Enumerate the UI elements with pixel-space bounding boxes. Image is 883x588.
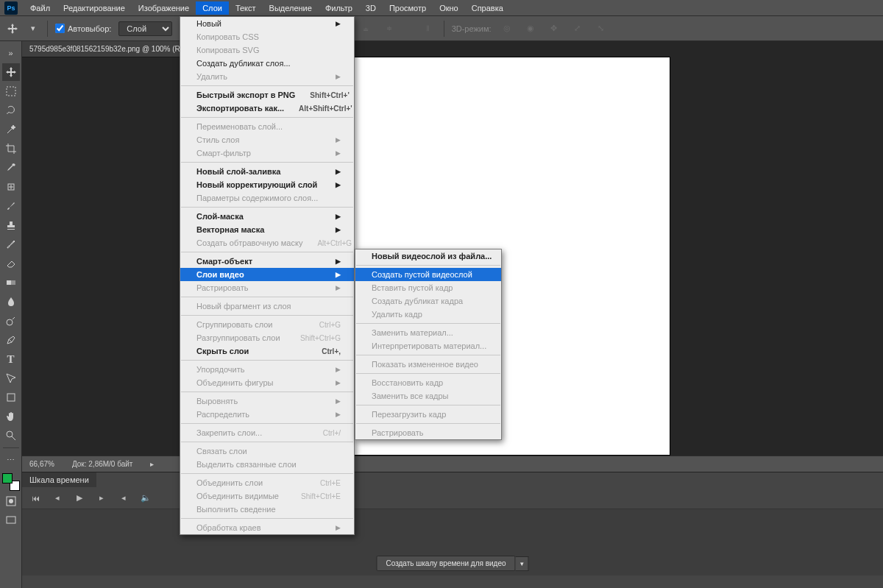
play-icon[interactable]: ▶ bbox=[72, 491, 87, 506]
menu-item-label: Новый фрагмент из слоя bbox=[196, 302, 291, 311]
menu-item[interactable]: Новый слой-заливка▶ bbox=[180, 165, 354, 178]
options-bar: ▾ Автовыбор: Слой Показ... ⫞ ⫠ ⫟ ⫧ ⫨ ⫩ ⫴… bbox=[0, 16, 883, 41]
heal-tool[interactable] bbox=[2, 178, 20, 196]
collapse-icon[interactable]: » bbox=[2, 44, 20, 62]
3d-pan-icon[interactable]: ✥ bbox=[546, 21, 562, 37]
3d-orbit-icon[interactable]: ◎ bbox=[499, 21, 515, 37]
move-tool[interactable] bbox=[2, 63, 20, 81]
menu-item[interactable]: Слои видео▶ bbox=[180, 268, 354, 281]
menu-item[interactable]: Создать пустой видеослой bbox=[355, 268, 501, 281]
tool-strip: » T ⋯ bbox=[0, 41, 22, 588]
audio-icon[interactable]: 🔈 bbox=[138, 491, 153, 506]
menu-item[interactable]: Слой-маска▶ bbox=[180, 210, 354, 223]
menu-просмотр[interactable]: Просмотр bbox=[383, 1, 433, 15]
color-swatches[interactable] bbox=[2, 473, 20, 491]
path-tool[interactable] bbox=[2, 369, 20, 387]
blur-tool[interactable] bbox=[2, 293, 20, 311]
menu-item-label: Заменить материал... bbox=[372, 328, 453, 337]
3d-slide-icon[interactable]: ⤢ bbox=[570, 21, 586, 37]
submenu-arrow-icon: ▶ bbox=[336, 226, 341, 233]
menu-item-label: Новый слой-заливка bbox=[196, 167, 280, 176]
menu-item: Выполнить сведение bbox=[180, 503, 354, 516]
go-end-icon[interactable]: ◂ bbox=[116, 491, 131, 506]
quick-mask-icon[interactable] bbox=[2, 492, 20, 510]
go-start-icon[interactable]: ⏮ bbox=[28, 491, 43, 506]
gradient-tool[interactable] bbox=[2, 274, 20, 291]
stamp-tool[interactable] bbox=[2, 216, 20, 234]
submenu-arrow-icon: ▶ bbox=[336, 73, 341, 80]
menu-изображение[interactable]: Изображение bbox=[132, 1, 196, 15]
prev-frame-icon[interactable]: ◂ bbox=[50, 491, 65, 506]
3d-roll-icon[interactable]: ◉ bbox=[522, 21, 539, 37]
zoom-level[interactable]: 66,67% bbox=[29, 460, 54, 468]
hand-tool[interactable] bbox=[2, 408, 20, 425]
status-arrow-icon[interactable]: ▸ bbox=[150, 460, 154, 468]
menu-item-label: Слой-маска bbox=[196, 212, 244, 221]
menu-shortcut: Alt+Shift+Ctrl+' bbox=[299, 105, 352, 113]
menu-item: Растрировать▶ bbox=[180, 281, 354, 294]
menu-файл[interactable]: Файл bbox=[24, 1, 57, 15]
menu-слои[interactable]: Слои bbox=[196, 1, 229, 15]
zoom-tool[interactable] bbox=[2, 427, 20, 444]
menu-item-label: Скрыть слои bbox=[196, 347, 249, 355]
menu-выделение[interactable]: Выделение bbox=[263, 1, 319, 15]
svg-rect-4 bbox=[7, 280, 11, 285]
menu-текст[interactable]: Текст bbox=[229, 1, 263, 15]
create-video-timeline-button[interactable]: Создать шкалу времени для видео bbox=[376, 556, 515, 571]
separator bbox=[356, 323, 500, 324]
menu-item[interactable]: Быстрый экспорт в PNGShift+Ctrl+' bbox=[180, 88, 354, 102]
create-timeline-dropdown[interactable]: ▾ bbox=[516, 556, 529, 571]
move-tool-icon bbox=[6, 22, 19, 35]
menu-окно[interactable]: Окно bbox=[433, 1, 465, 15]
screen-mode-icon[interactable] bbox=[2, 511, 20, 529]
menu-item-label: Смарт-фильтр bbox=[196, 149, 251, 157]
document-tab[interactable]: 5795d985e3f081562159b32e.png @ 100% (R..… bbox=[22, 41, 194, 57]
menu-item[interactable]: Векторная маска▶ bbox=[180, 223, 354, 236]
brush-tool[interactable] bbox=[2, 197, 20, 215]
menu-item-label: Создать обтравочную маску bbox=[196, 238, 302, 247]
menu-item[interactable]: Создать дубликат слоя... bbox=[180, 57, 354, 70]
lasso-tool[interactable] bbox=[2, 102, 20, 119]
wand-tool[interactable] bbox=[2, 121, 20, 138]
menu-item: Заменить все кадры bbox=[355, 389, 501, 403]
menu-item: Переименовать слой... bbox=[180, 120, 354, 133]
dodge-tool[interactable] bbox=[2, 312, 20, 330]
edit-toolbar-icon[interactable]: ⋯ bbox=[2, 451, 20, 469]
3d-scale-icon[interactable]: ⤡ bbox=[593, 21, 609, 37]
align-center-v-icon[interactable]: ⫨ bbox=[358, 21, 375, 37]
timeline-tab[interactable]: Шкала времени bbox=[22, 472, 96, 487]
crop-tool[interactable] bbox=[2, 140, 20, 157]
menu-фильтр[interactable]: Фильтр bbox=[319, 1, 359, 15]
menu-редактирование[interactable]: Редактирование bbox=[57, 1, 132, 15]
marquee-tool[interactable] bbox=[2, 82, 20, 100]
history-brush-tool[interactable] bbox=[2, 235, 20, 253]
auto-select-checkbox[interactable]: Автовыбор: bbox=[55, 24, 111, 33]
shape-tool[interactable] bbox=[2, 389, 20, 406]
mode-3d-label: 3D-режим: bbox=[452, 24, 492, 33]
menu-item-label: Экспортировать как... bbox=[196, 104, 284, 113]
distribute-icon[interactable]: ⫴ bbox=[420, 21, 436, 37]
type-tool[interactable]: T bbox=[2, 350, 20, 368]
menu-item: Создать дубликат кадра bbox=[355, 294, 501, 308]
menu-shortcut: Ctrl+E bbox=[320, 479, 341, 487]
menu-item[interactable]: Смарт-объект▶ bbox=[180, 255, 354, 268]
auto-select-dropdown[interactable]: Слой bbox=[118, 21, 172, 36]
menu-справка[interactable]: Справка bbox=[465, 1, 510, 15]
chevron-down-icon[interactable]: ▾ bbox=[26, 22, 40, 35]
menu-item[interactable]: Новый▶ bbox=[180, 17, 354, 30]
next-frame-icon[interactable]: ▸ bbox=[94, 491, 109, 506]
menu-item-label: Слои видео bbox=[196, 270, 244, 279]
align-bottom-icon[interactable]: ⫩ bbox=[382, 21, 398, 37]
eyedropper-tool[interactable] bbox=[2, 159, 20, 177]
menu-item[interactable]: Новый видеослой из файла... bbox=[355, 249, 501, 263]
doc-size-info[interactable]: Док: 2,86M/0 байт bbox=[72, 460, 133, 468]
menu-item: Удалить кадр bbox=[355, 308, 501, 321]
eraser-tool[interactable] bbox=[2, 255, 20, 272]
menu-item[interactable]: Экспортировать как...Alt+Shift+Ctrl+' bbox=[180, 102, 354, 115]
menu-item[interactable]: Новый корректирующий слой▶ bbox=[180, 178, 354, 191]
menu-3d[interactable]: 3D bbox=[359, 1, 383, 15]
separator bbox=[356, 423, 500, 424]
foreground-color-swatch[interactable] bbox=[2, 473, 13, 483]
menu-item[interactable]: Скрыть слоиCtrl+, bbox=[180, 344, 354, 358]
pen-tool[interactable] bbox=[2, 331, 20, 349]
